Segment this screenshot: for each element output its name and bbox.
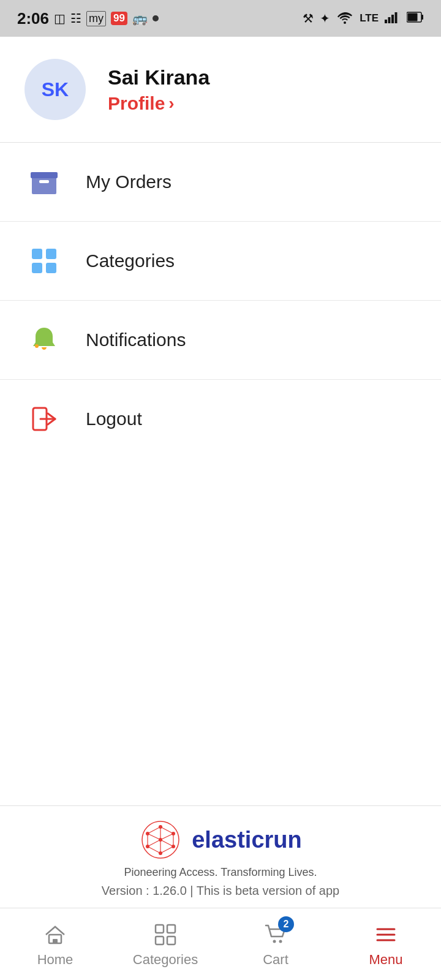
svg-rect-11: [32, 249, 42, 259]
status-bar: 2:06 ◫ ☷ my 99 🚌 ⚒ ✦ LTE: [0, 0, 441, 37]
svg-line-26: [160, 827, 173, 834]
svg-line-36: [148, 840, 160, 846]
orders-icon: [24, 162, 64, 202]
lte-icon: LTE: [360, 12, 379, 24]
categories-icon: [24, 241, 64, 281]
bus-icon: 🚌: [132, 11, 148, 26]
profile-info: Sai Kirana Profile ›: [108, 66, 209, 114]
profile-link[interactable]: Profile ›: [108, 93, 209, 114]
svg-rect-39: [53, 939, 58, 943]
profile-name: Sai Kirana: [108, 66, 209, 89]
svg-point-45: [279, 940, 282, 943]
notifications-label: Notifications: [86, 330, 186, 350]
svg-line-28: [160, 846, 173, 853]
svg-rect-43: [167, 937, 175, 944]
nav-item-categories[interactable]: Categories: [110, 921, 221, 968]
svg-rect-41: [167, 925, 175, 933]
svg-line-37: [148, 834, 160, 840]
brand-name: elasticrun: [192, 827, 302, 853]
brand-logo-area: elasticrun: [139, 818, 302, 861]
svg-rect-2: [391, 15, 394, 23]
brand-tagline: Pioneering Access. Transforming Lives.: [124, 866, 317, 879]
menu-nav-label: Menu: [369, 952, 402, 968]
alarm-icon: ⚒: [303, 11, 314, 26]
nav-item-menu[interactable]: Menu: [331, 921, 441, 968]
brand-footer: elasticrun Pioneering Access. Transformi…: [0, 805, 441, 907]
logout-label: Logout: [86, 409, 142, 429]
bottom-nav: Home Categories 2 Cart: [0, 908, 441, 980]
avatar: SK: [24, 59, 86, 120]
badge-99-icon: 99: [111, 12, 127, 25]
svg-line-34: [160, 840, 173, 846]
profile-header[interactable]: SK Sai Kirana Profile ›: [0, 37, 441, 142]
nav-item-cart[interactable]: 2 Cart: [221, 921, 331, 968]
menu-icon: [372, 921, 399, 948]
logout-icon: [24, 399, 64, 439]
bluetooth-icon: ✦: [320, 11, 330, 26]
svg-rect-14: [46, 263, 56, 273]
home-nav-label: Home: [37, 952, 74, 968]
status-time: 2:06: [17, 9, 49, 28]
categories-nav-label: Categories: [133, 952, 198, 968]
status-left-group: 2:06 ◫ ☷ my 99 🚌: [17, 9, 159, 28]
svg-line-29: [148, 846, 160, 853]
svg-rect-4: [398, 11, 401, 23]
signal-icon: [385, 11, 401, 26]
svg-rect-13: [32, 263, 42, 273]
profile-chevron-icon: ›: [168, 94, 174, 113]
svg-rect-1: [388, 17, 391, 23]
menu-item-categories[interactable]: Categories: [0, 222, 441, 301]
home-icon: [42, 921, 69, 948]
svg-point-15: [35, 344, 39, 348]
cart-badge: 2: [278, 916, 294, 932]
categories-label: Categories: [86, 251, 175, 271]
nav-item-home[interactable]: Home: [0, 921, 110, 968]
svg-rect-9: [31, 172, 58, 178]
calendar-icon: ☷: [70, 11, 81, 26]
battery-icon: [407, 11, 424, 26]
menu-item-notifications[interactable]: Notifications: [0, 301, 441, 380]
svg-rect-0: [385, 20, 387, 23]
svg-rect-12: [46, 249, 56, 259]
cart-nav-label: Cart: [263, 952, 288, 968]
svg-rect-6: [421, 15, 423, 20]
svg-line-33: [160, 834, 173, 840]
svg-line-31: [148, 827, 160, 834]
wifi-icon: [336, 10, 353, 27]
menu-item-logout[interactable]: Logout: [0, 380, 441, 458]
dot-icon: [153, 15, 159, 21]
my-icon: my: [86, 11, 106, 26]
status-right-group: ⚒ ✦ LTE: [303, 10, 424, 27]
version-text: Version : 1.26.0 | This is beta version …: [102, 884, 339, 898]
svg-rect-10: [39, 180, 49, 183]
menu-list: My Orders Categories Notifications: [0, 143, 441, 458]
chat-icon: ◫: [54, 11, 66, 26]
svg-rect-42: [156, 937, 164, 944]
menu-item-orders[interactable]: My Orders: [0, 143, 441, 222]
notifications-icon: [24, 320, 64, 360]
brand-globe-icon: [139, 818, 182, 861]
orders-label: My Orders: [86, 172, 172, 192]
svg-point-44: [273, 940, 276, 943]
categories-nav-icon: [152, 921, 179, 948]
svg-rect-7: [408, 13, 418, 21]
svg-rect-40: [156, 925, 164, 933]
svg-rect-3: [395, 12, 398, 23]
svg-rect-8: [32, 177, 56, 194]
cart-icon: 2: [262, 921, 289, 948]
